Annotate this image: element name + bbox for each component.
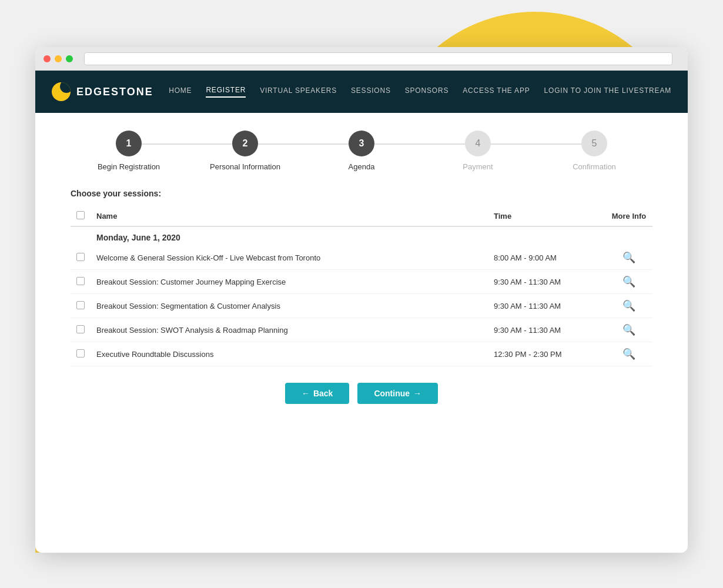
- continue-label: Continue: [374, 389, 410, 398]
- session-row: Welcome & General Session Kick-Off - Liv…: [71, 246, 652, 270]
- nav-home[interactable]: HOME: [169, 86, 192, 97]
- session-name: Breakout Session: Customer Journey Mappi…: [91, 270, 488, 294]
- session-time: 9:30 AM - 11:30 AM: [488, 318, 605, 342]
- col-more-info: More Info: [605, 206, 652, 226]
- continue-icon: →: [413, 389, 421, 398]
- nav-login-livestream[interactable]: LOGIN TO JOIN THE LIVESTREAM: [544, 86, 671, 97]
- step-1-circle: 1: [116, 131, 142, 156]
- address-bar[interactable]: [84, 52, 672, 65]
- session-row: Executive Roundtable Discussions 12:30 P…: [71, 342, 652, 366]
- logo-text: EDGESTONE: [76, 86, 153, 98]
- back-button[interactable]: ← Back: [285, 383, 349, 404]
- session-time: 8:00 AM - 9:00 AM: [488, 246, 605, 270]
- session-row: Breakout Session: Customer Journey Mappi…: [71, 270, 652, 294]
- back-label: Back: [313, 389, 333, 398]
- step-5: 5 Confirmation: [536, 131, 652, 171]
- step-5-label: Confirmation: [573, 162, 616, 171]
- session-more-info[interactable]: 🔍: [605, 342, 652, 366]
- nav-virtual-speakers[interactable]: VIRTUAL SPEAKERS: [260, 86, 337, 97]
- day-row: Monday, June 1, 2020: [71, 226, 652, 246]
- session-row: Breakout Session: Segmentation & Custome…: [71, 294, 652, 318]
- maximize-dot[interactable]: [66, 55, 73, 62]
- session-more-info[interactable]: 🔍: [605, 294, 652, 318]
- day-label: Monday, June 1, 2020: [91, 226, 652, 246]
- session-name: Breakout Session: SWOT Analysis & Roadma…: [91, 318, 488, 342]
- nav-access-app[interactable]: ACCESS THE APP: [463, 86, 530, 97]
- step-2-label: Personal Information: [210, 162, 280, 171]
- select-all-checkbox[interactable]: [76, 211, 85, 219]
- step-2: 2 Personal Information: [187, 131, 303, 171]
- session-time: 12:30 PM - 2:30 PM: [488, 342, 605, 366]
- step-5-circle: 5: [581, 131, 607, 156]
- logo-icon: [52, 82, 71, 101]
- step-1: 1 Begin Registration: [71, 131, 187, 171]
- sessions-section: Choose your sessions: Name Time More Inf…: [71, 189, 652, 366]
- session-more-info[interactable]: 🔍: [605, 270, 652, 294]
- search-icon[interactable]: 🔍: [611, 299, 647, 312]
- step-3-label: Agenda: [349, 162, 375, 171]
- session-checkbox-3[interactable]: [76, 325, 85, 333]
- step-2-circle: 2: [232, 131, 258, 156]
- col-time: Time: [488, 206, 605, 226]
- session-name: Welcome & General Session Kick-Off - Liv…: [91, 246, 488, 270]
- nav-links: HOME REGISTER VIRTUAL SPEAKERS SESSIONS …: [169, 86, 671, 98]
- close-dot[interactable]: [43, 55, 51, 62]
- step-3-circle: 3: [349, 131, 374, 156]
- site-header: EDGESTONE HOME REGISTER VIRTUAL SPEAKERS…: [35, 71, 688, 113]
- step-4-label: Payment: [463, 162, 493, 171]
- session-time: 9:30 AM - 11:30 AM: [488, 270, 605, 294]
- minimize-dot[interactable]: [55, 55, 62, 62]
- session-name: Executive Roundtable Discussions: [91, 342, 488, 366]
- session-checkbox-0[interactable]: [76, 253, 85, 261]
- sessions-table: Name Time More Info Monday, June 1, 2020…: [71, 206, 652, 366]
- browser-window: EDGESTONE HOME REGISTER VIRTUAL SPEAKERS…: [35, 47, 688, 553]
- session-checkbox-1[interactable]: [76, 277, 85, 285]
- nav-sponsors[interactable]: SPONSORS: [405, 86, 448, 97]
- session-time: 9:30 AM - 11:30 AM: [488, 294, 605, 318]
- session-name: Breakout Session: Segmentation & Custome…: [91, 294, 488, 318]
- session-checkbox-2[interactable]: [76, 301, 85, 309]
- col-checkbox: [71, 206, 91, 226]
- button-row: ← Back Continue →: [71, 383, 652, 410]
- step-1-label: Begin Registration: [98, 162, 160, 171]
- search-icon[interactable]: 🔍: [611, 323, 647, 336]
- col-name: Name: [91, 206, 488, 226]
- continue-button[interactable]: Continue →: [357, 383, 438, 404]
- session-more-info[interactable]: 🔍: [605, 318, 652, 342]
- search-icon[interactable]: 🔍: [611, 275, 647, 288]
- back-icon: ←: [302, 389, 310, 398]
- step-3: 3 Agenda: [303, 131, 420, 171]
- session-checkbox-4[interactable]: [76, 349, 85, 358]
- search-icon[interactable]: 🔍: [611, 348, 647, 360]
- browser-titlebar: [35, 47, 688, 71]
- search-icon[interactable]: 🔍: [611, 251, 647, 264]
- logo: EDGESTONE: [52, 82, 153, 101]
- main-content: 1 Begin Registration 2 Personal Informat…: [35, 113, 688, 553]
- section-title: Choose your sessions:: [71, 189, 652, 198]
- nav-register[interactable]: REGISTER: [206, 86, 246, 98]
- nav-sessions[interactable]: SESSIONS: [351, 86, 391, 97]
- session-row: Breakout Session: SWOT Analysis & Roadma…: [71, 318, 652, 342]
- step-indicator: 1 Begin Registration 2 Personal Informat…: [71, 131, 652, 171]
- step-4: 4 Payment: [420, 131, 536, 171]
- session-more-info[interactable]: 🔍: [605, 246, 652, 270]
- step-4-circle: 4: [465, 131, 491, 156]
